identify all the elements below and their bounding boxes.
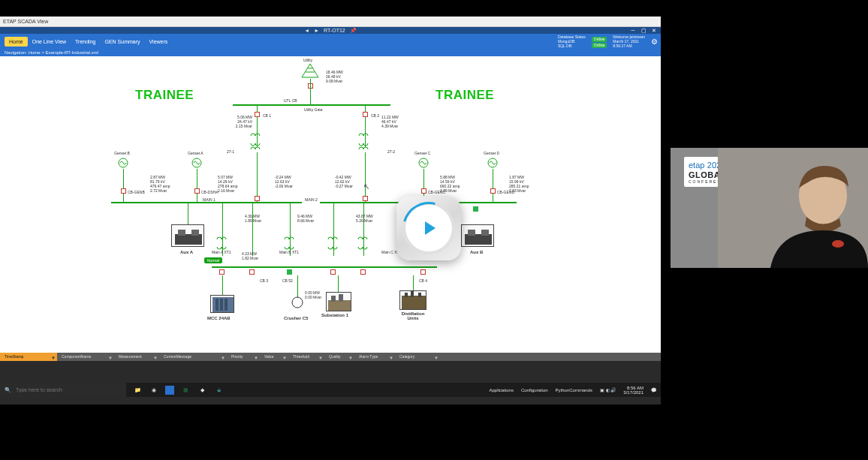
file-explorer-icon[interactable]: 📁 [132,385,143,395]
genset-b-readings: 2.87 MW81.79 kV479.47 amp2.72 Mvar [150,175,170,193]
col-priority[interactable]: Priority▼ [227,353,260,361]
svg-rect-18 [328,300,351,311]
crusher-label: Crusher C5 [284,316,308,320]
cb-sub-3[interactable] [287,269,292,275]
genset-d-readings: 1.87 MW15.99 kV285.21 amp7.83 Mvar [509,175,529,193]
app-icon-2[interactable]: ⬙ [213,385,224,395]
status-configuration[interactable]: Configuration [521,388,548,392]
svg-rect-20 [339,294,343,302]
settings-gear-icon[interactable]: ⚙ [651,38,658,46]
col-timestamp[interactable]: TimeStamp▼ [0,353,57,361]
sub-bus [212,266,437,268]
cb-gena[interactable] [194,188,200,194]
svg-rect-14 [215,299,219,311]
col-threshold[interactable]: Threshold▼ [288,353,324,361]
nav-oneline[interactable]: One Line View [28,37,71,47]
cb-gend[interactable] [490,188,496,194]
app-icon-1[interactable]: ◆ [197,385,207,395]
history-back-icon[interactable]: ◄ [304,27,309,34]
svg-rect-10 [465,234,492,245]
video-play-button[interactable] [396,196,461,260]
nav-home[interactable]: Home [5,37,28,47]
aux-b-label: Aux B [470,250,483,254]
notifications-icon[interactable]: 💬 [651,387,656,392]
genset-a-label: Genset A [188,151,203,155]
cb-genc[interactable] [421,188,426,194]
nav-viewers[interactable]: Viewers [145,37,173,47]
aux-a-image [171,224,204,247]
taskbar-search[interactable]: 🔍 [0,383,126,397]
substation-label: Substation 1 [321,313,348,317]
xfmr-main-a [215,236,230,251]
bus-main2-label: MAIN 2 [305,197,318,202]
trainee-watermark-left: TRAINEE [135,88,194,103]
col-value[interactable]: Value▼ [260,353,288,361]
cb-t2[interactable] [363,112,368,117]
cb-sub-4[interactable] [330,269,336,275]
genset-d-icon [487,157,499,169]
col-quality[interactable]: Quality▼ [324,353,354,361]
svg-rect-15 [220,299,223,311]
one-line-canvas[interactable]: TRAINEE TRAINEE Utility 18.46 MW26.48 kV… [0,56,661,353]
document-bar: ◄ ► RT-OT12 📌 ─ ▢ ✕ [0,27,661,34]
svg-rect-11 [468,230,475,236]
cb4-label: CB 4 [419,278,427,283]
bus-main1 [111,202,302,203]
cb1-label: CB 1 [263,113,271,118]
status-python[interactable]: PythonCommands [556,388,592,392]
row2c-readings: 43.87 MW5.26 Mvar [356,214,373,223]
svg-rect-8 [178,230,185,236]
alarm-header: TimeStamp▼ ComponentName▼ Measurement▼ C… [0,353,661,361]
cb-genb[interactable] [121,188,126,194]
presenter-webcam: etap 2021 GLOBAL CONFERENCE [671,148,868,268]
crumb-root[interactable]: Navigation: Home [5,50,41,55]
cb-mid-r[interactable] [363,196,368,201]
mid-l-readings: -0.24 MW12.63 kV-2.06 Mvar [275,175,293,188]
t1-readings: 5.06 MW24.47 kV2.15 Mvar [228,115,252,128]
col-category[interactable]: Category▼ [395,353,440,361]
minimize-icon[interactable]: ─ [628,27,638,34]
svg-rect-16 [225,299,228,311]
tray-icons[interactable]: ▣ ◐ 🔊 [600,387,616,392]
status-applications[interactable]: Applications [490,388,514,392]
cb-sub-6[interactable] [420,269,426,275]
pin-icon[interactable]: 📌 [350,27,357,34]
cb2-label: CB 2 [371,113,379,118]
col-alarmtype[interactable]: Alarm Type▼ [354,353,395,361]
svg-rect-19 [331,296,336,302]
cb-t1[interactable] [255,112,260,117]
genset-c-label: Genset C [414,151,430,155]
cb-sub-1[interactable] [219,269,225,275]
sub-readings: 0.00 MW0.00 Mvar [305,290,321,299]
nav-gensummary[interactable]: GEN Summary [100,37,144,47]
cb-auxb[interactable] [473,206,478,212]
crusher-motor-icon [291,296,303,308]
history-fwd-icon[interactable]: ► [314,27,319,34]
cb-mid-l[interactable] [255,196,260,201]
welcome-block: Welcome jetstream March 17, 2021 8:56:17… [613,35,645,48]
main-nav: Home One Line View Trending GEN Summary … [0,34,661,49]
bus-main1-label: MAIN 1 [203,197,215,202]
col-component[interactable]: ComponentName▼ [57,353,114,361]
nav-trending[interactable]: Trending [71,37,100,47]
maximize-icon[interactable]: ▢ [638,27,649,34]
svg-rect-23 [411,291,414,297]
aux-b-image [461,224,494,247]
cb-sub-5[interactable] [360,269,366,275]
col-measurement[interactable]: Measurement▼ [114,353,159,361]
etap-app-icon[interactable] [165,386,174,395]
tray-clock[interactable]: 8:56 AM3/17/2021 [623,386,643,395]
utility-readings: 18.46 MW26.48 kV9.08 Mvar [326,70,343,83]
col-message[interactable]: CurrentMessage▼ [159,353,227,361]
normal-button[interactable]: Normal [204,257,222,263]
transformer-t2-icon [356,133,374,152]
window-title: ETAP SCADA View [0,17,661,27]
chrome-icon[interactable]: ◉ [149,385,159,395]
close-icon[interactable]: ✕ [649,27,659,34]
excel-icon[interactable]: ▦ [180,385,191,395]
search-input[interactable] [16,387,122,392]
cb-sub-2[interactable] [249,269,255,275]
distillation-image [399,290,426,310]
crumb-leaf[interactable]: Example-RT-Industrial.xml [46,50,98,55]
bus27-2-label: 27-2 [387,149,395,154]
